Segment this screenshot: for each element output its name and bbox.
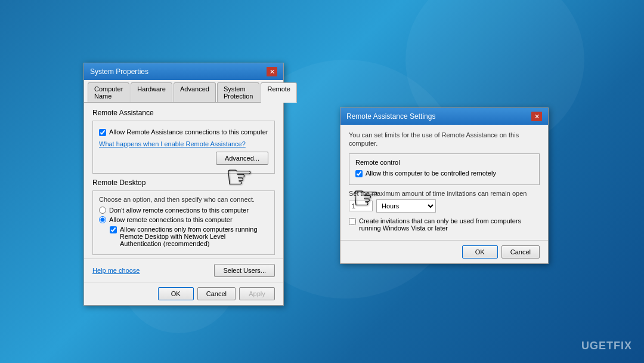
remote-assistance-settings-titlebar[interactable]: Remote Assistance Settings ✕ bbox=[340, 108, 548, 125]
system-properties-titlebar[interactable]: System Properties ✕ bbox=[84, 63, 283, 80]
system-properties-ok-button[interactable]: OK bbox=[158, 287, 194, 300]
system-properties-apply-button[interactable]: Apply bbox=[239, 287, 275, 300]
allow-remote-assistance-checkbox[interactable] bbox=[99, 129, 106, 136]
system-properties-cancel-button[interactable]: Cancel bbox=[197, 287, 236, 300]
allow-remote-assistance-row: Allow Remote Assistance connections to t… bbox=[99, 128, 268, 136]
create-invitations-row: Create invitations that can only be used… bbox=[349, 217, 540, 232]
create-invitations-checkbox[interactable] bbox=[349, 218, 356, 225]
settings-description: You can set limits for the use of Remote… bbox=[349, 131, 540, 147]
remote-control-group: Remote control Allow this computer to be… bbox=[349, 153, 540, 185]
nla-checkbox[interactable] bbox=[110, 226, 117, 233]
system-properties-tabs: Computer Name Hardware Advanced System P… bbox=[84, 80, 283, 103]
allow-remote-assistance-text: Allow Remote Assistance connections to t… bbox=[109, 128, 268, 136]
tab-remote[interactable]: Remote bbox=[261, 82, 297, 103]
nla-label: Allow connections only from computers ru… bbox=[120, 226, 268, 247]
remote-assistance-advanced-button[interactable]: Advanced... bbox=[216, 152, 268, 165]
dont-allow-radio-row: Don't allow remote connections to this c… bbox=[99, 207, 268, 214]
allow-label: Allow remote connections to this compute… bbox=[109, 216, 233, 223]
allow-radio[interactable] bbox=[99, 216, 106, 223]
settings-description-text: You can set limits for the use of Remote… bbox=[349, 131, 519, 147]
invitations-label: Set the maximum amount of time invitatio… bbox=[349, 190, 540, 197]
remote-assistance-label: Remote Assistance bbox=[92, 109, 275, 117]
remote-assistance-settings-title: Remote Assistance Settings bbox=[346, 112, 435, 121]
invitations-value-input[interactable] bbox=[349, 201, 373, 211]
system-properties-dialog: System Properties ✕ Computer Name Hardwa… bbox=[83, 63, 284, 306]
nla-checkbox-row: Allow connections only from computers ru… bbox=[99, 226, 268, 247]
remote-assistance-settings-footer: OK Cancel bbox=[340, 240, 548, 263]
remote-assistance-settings-ok-button[interactable]: OK bbox=[462, 245, 498, 259]
invitations-controls: Minutes Hours Days bbox=[349, 199, 540, 213]
remote-assistance-settings-close-button[interactable]: ✕ bbox=[531, 112, 542, 121]
remote-assistance-settings-body: You can set limits for the use of Remote… bbox=[340, 125, 548, 240]
select-users-button[interactable]: Select Users... bbox=[214, 264, 275, 277]
tab-computer-name[interactable]: Computer Name bbox=[88, 82, 129, 102]
system-properties-footer: Help me choose Select Users... bbox=[84, 259, 283, 282]
remote-desktop-section: Remote Desktop Choose an option, and the… bbox=[92, 179, 275, 255]
remote-control-label: Remote control bbox=[355, 159, 533, 166]
remote-desktop-description: Choose an option, and then specify who c… bbox=[99, 196, 268, 203]
watermark: UGETFIX bbox=[581, 340, 632, 352]
system-properties-title: System Properties bbox=[90, 67, 148, 76]
dont-allow-radio[interactable] bbox=[99, 207, 106, 214]
remote-desktop-label: Remote Desktop bbox=[92, 179, 275, 187]
dont-allow-label: Don't allow remote connections to this c… bbox=[109, 207, 249, 214]
remote-assistance-help-link[interactable]: What happens when I enable Remote Assist… bbox=[99, 140, 246, 147]
allow-controlled-remotely-checkbox[interactable] bbox=[355, 170, 363, 177]
system-properties-close-button[interactable]: ✕ bbox=[267, 67, 277, 76]
tab-system-protection[interactable]: System Protection bbox=[217, 82, 260, 102]
allow-radio-row: Allow remote connections to this compute… bbox=[99, 216, 268, 223]
remote-assistance-settings-dialog: Remote Assistance Settings ✕ You can set… bbox=[340, 107, 549, 264]
tab-advanced[interactable]: Advanced bbox=[174, 82, 216, 102]
invitations-unit-select[interactable]: Minutes Hours Days bbox=[376, 199, 436, 213]
create-invitations-text: Create invitations that can only be used… bbox=[359, 217, 540, 232]
remote-assistance-settings-cancel-button[interactable]: Cancel bbox=[501, 245, 540, 259]
remote-assistance-section: Remote Assistance Allow Remote Assistanc… bbox=[92, 109, 275, 174]
allow-controlled-remotely-text: Allow this computer to be controlled rem… bbox=[366, 170, 496, 177]
system-properties-action-footer: OK Cancel Apply bbox=[84, 282, 283, 305]
help-me-choose-link[interactable]: Help me choose bbox=[92, 267, 140, 274]
invitations-section: Set the maximum amount of time invitatio… bbox=[349, 190, 540, 213]
allow-controlled-remotely-row: Allow this computer to be controlled rem… bbox=[355, 170, 533, 177]
system-properties-body: Remote Assistance Allow Remote Assistanc… bbox=[84, 103, 283, 255]
tab-hardware[interactable]: Hardware bbox=[131, 82, 172, 102]
